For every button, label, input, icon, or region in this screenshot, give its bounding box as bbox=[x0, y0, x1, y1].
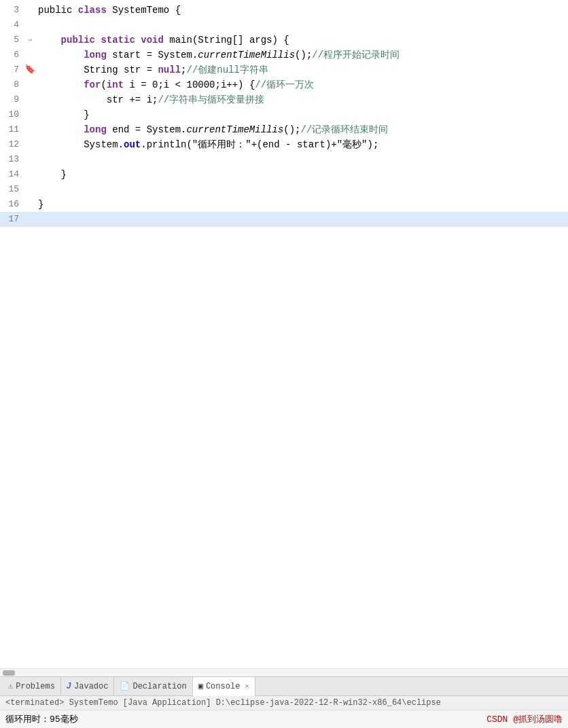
token-plain: main(String[] args) { bbox=[164, 35, 289, 46]
console-tab-close[interactable]: × bbox=[245, 682, 249, 691]
line-number: 3 bbox=[0, 3, 24, 18]
token-kw: class bbox=[78, 5, 107, 16]
line-content bbox=[35, 182, 568, 197]
line-indicator bbox=[24, 3, 35, 18]
line-content: for(int i = 0;i < 10000;i++) {//循环一万次 bbox=[35, 77, 568, 92]
horizontal-scrollbar[interactable] bbox=[0, 668, 568, 676]
line-number: 9 bbox=[0, 92, 24, 107]
token-kw: int bbox=[107, 79, 124, 90]
line-indicator bbox=[24, 197, 35, 212]
line-number: 7 bbox=[0, 62, 24, 77]
arrow-icon: ⇒ bbox=[28, 33, 33, 48]
token-plain: (); bbox=[283, 124, 300, 135]
problems-tab-icon: ⚠ bbox=[8, 681, 13, 691]
line-number: 12 bbox=[0, 137, 24, 152]
line-content: str += i;//字符串与循环变量拼接 bbox=[35, 92, 568, 107]
token-plain: = bbox=[141, 65, 158, 75]
empty-space bbox=[0, 227, 568, 668]
line-indicator bbox=[24, 48, 35, 62]
token-italic: currentTimeMillis bbox=[198, 50, 295, 60]
code-line: 17 bbox=[0, 212, 568, 227]
line-indicator bbox=[24, 137, 35, 152]
code-container: 3public class SystemTemo {45⇒ public sta… bbox=[0, 0, 568, 227]
line-indicator bbox=[24, 77, 35, 92]
console-result: 循环用时：95毫秒 CSDN @抓到汤圆噜 bbox=[0, 710, 568, 728]
line-content: System.out.println("循环用时："+(end - start)… bbox=[35, 137, 568, 152]
code-line: 8 for(int i = 0;i < 10000;i++) {//循环一万次 bbox=[0, 77, 568, 92]
line-content bbox=[35, 18, 568, 33]
line-content: } bbox=[35, 197, 568, 212]
line-indicator bbox=[24, 212, 35, 227]
token-plain: str bbox=[124, 65, 141, 75]
line-number: 6 bbox=[0, 48, 24, 62]
tab-problems[interactable]: ⚠Problems bbox=[3, 677, 61, 696]
token-kw: null bbox=[158, 65, 181, 75]
token-plain: .println("循环用时："+(end - start)+"毫秒"); bbox=[141, 139, 378, 150]
tab-declaration[interactable]: 📄Declaration bbox=[114, 677, 192, 696]
token-kw: long bbox=[84, 50, 107, 60]
line-content: public class SystemTemo { bbox=[35, 3, 568, 18]
line-number: 15 bbox=[0, 182, 24, 197]
line-indicator bbox=[24, 122, 35, 137]
line-number: 4 bbox=[0, 18, 24, 33]
line-indicator bbox=[24, 167, 35, 182]
line-indicator bbox=[24, 92, 35, 107]
code-line: 15 bbox=[0, 182, 568, 197]
token-plain: SystemTemo { bbox=[107, 5, 181, 16]
token-plain: System. bbox=[38, 139, 124, 150]
line-number: 11 bbox=[0, 122, 24, 137]
token-plain bbox=[38, 50, 84, 60]
console-tab-icon: ▣ bbox=[198, 681, 203, 691]
token-plain: } bbox=[38, 199, 43, 210]
line-content: String str = null;//创建null字符串 bbox=[35, 62, 568, 77]
code-line: 9 str += i;//字符串与循环变量拼接 bbox=[0, 92, 568, 107]
line-content bbox=[35, 152, 568, 167]
token-plain: (); bbox=[295, 50, 312, 60]
token-comment: //程序开始记录时间 bbox=[312, 50, 400, 60]
line-indicator bbox=[24, 182, 35, 197]
problems-tab-label: Problems bbox=[16, 682, 55, 691]
token-plain: end = System. bbox=[107, 124, 187, 135]
code-line: 3public class SystemTemo { bbox=[0, 3, 568, 18]
code-line: 10 } bbox=[0, 107, 568, 122]
token-comment: //记录循环结束时间 bbox=[301, 124, 389, 135]
code-line: 13 bbox=[0, 152, 568, 167]
code-line: 16} bbox=[0, 197, 568, 212]
token-comment: //循环一万次 bbox=[255, 79, 314, 90]
line-number: 10 bbox=[0, 107, 24, 122]
token-plain: ( bbox=[101, 79, 106, 90]
tab-javadoc[interactable]: JJavadoc bbox=[61, 677, 115, 696]
token-plain bbox=[38, 35, 61, 46]
line-number: 5 bbox=[0, 33, 24, 48]
console-credit: CSDN @抓到汤圆噜 bbox=[486, 713, 563, 725]
bookmark-icon: 🔖 bbox=[24, 62, 35, 77]
token-kw-blue: out bbox=[124, 139, 141, 150]
line-indicator bbox=[24, 107, 35, 122]
token-kw: long bbox=[84, 124, 107, 135]
code-line: 5⇒ public static void main(String[] args… bbox=[0, 33, 568, 48]
line-number: 14 bbox=[0, 167, 24, 182]
line-content: long end = System.currentTimeMillis();//… bbox=[35, 122, 568, 137]
token-comment: //创建null字符串 bbox=[186, 65, 268, 75]
tab-console[interactable]: ▣Console× bbox=[193, 677, 255, 696]
declaration-tab-icon: 📄 bbox=[120, 681, 130, 691]
token-plain bbox=[38, 124, 84, 135]
token-plain bbox=[135, 35, 141, 46]
token-plain: str += i; bbox=[38, 94, 158, 105]
line-indicator bbox=[24, 152, 35, 167]
javadoc-tab-label: Javadoc bbox=[74, 682, 108, 691]
token-italic: currentTimeMillis bbox=[186, 124, 283, 135]
javadoc-tab-icon: J bbox=[67, 682, 71, 691]
token-comment: //字符串与循环变量拼接 bbox=[158, 94, 264, 105]
line-content: } bbox=[35, 107, 568, 122]
line-indicator bbox=[24, 18, 35, 33]
declaration-tab-label: Declaration bbox=[132, 682, 186, 691]
editor-area: 3public class SystemTemo {45⇒ public sta… bbox=[0, 0, 568, 668]
console-header: <terminated> SystemTemo [Java Applicatio… bbox=[0, 696, 568, 710]
token-plain: } bbox=[38, 109, 90, 120]
scrollbar-thumb[interactable] bbox=[3, 670, 15, 676]
line-content: } bbox=[35, 167, 568, 182]
line-content: long start = System.currentTimeMillis();… bbox=[35, 48, 568, 62]
token-kw: public bbox=[61, 35, 95, 46]
token-plain: String bbox=[38, 65, 124, 75]
